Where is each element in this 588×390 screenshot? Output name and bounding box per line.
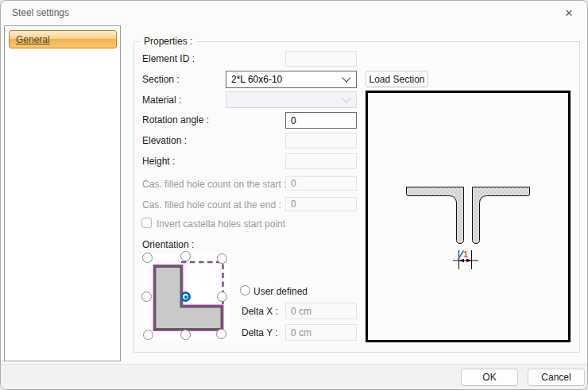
- gap-dimension: 1: [453, 249, 478, 269]
- ok-button[interactable]: OK: [461, 369, 518, 386]
- orientation-radio-middle-right[interactable]: [217, 292, 227, 302]
- section-dropdown[interactable]: 2*L 60x6-10: [226, 71, 357, 88]
- material-label: Material :: [142, 95, 181, 106]
- cancel-button[interactable]: Cancel: [528, 369, 585, 386]
- cas-end-field: [285, 197, 357, 211]
- chevron-down-icon: [342, 73, 350, 82]
- element-id-field[interactable]: [285, 51, 357, 67]
- orientation-radio-top-center[interactable]: [180, 251, 191, 261]
- rotation-angle-field[interactable]: [285, 112, 357, 129]
- close-icon[interactable]: ✕: [551, 1, 587, 25]
- title-bar: Steel settings ✕: [1, 1, 587, 25]
- element-id-label: Element ID :: [142, 53, 195, 64]
- section-dropdown-value: 2*L 60x6-10: [231, 74, 282, 85]
- orientation-radio-middle-left[interactable]: [141, 292, 152, 302]
- elevation-label: Elevation :: [142, 135, 187, 146]
- orientation-radio-top-right[interactable]: [217, 253, 227, 264]
- chevron-down-icon: [342, 94, 350, 102]
- delta-y-label: Delta Y :: [242, 327, 278, 338]
- delta-x-field: [285, 303, 357, 319]
- section-drawing: 1: [368, 93, 568, 340]
- height-label: Height :: [142, 156, 175, 167]
- height-field[interactable]: [285, 153, 357, 169]
- cas-end-label: Cas. filled hole count at the end :: [142, 199, 281, 210]
- rotation-angle-label: Rotation angle :: [142, 114, 209, 125]
- orientation-radio-top-left[interactable]: [142, 253, 153, 263]
- sidebar-item-general[interactable]: General: [9, 30, 117, 48]
- sidebar-item-label: General: [16, 34, 50, 45]
- orientation-radio-bottom-center[interactable]: [180, 330, 191, 340]
- orientation-radio-bottom-right[interactable]: [216, 329, 226, 339]
- delta-y-field: [285, 324, 357, 341]
- delta-x-label: Delta X :: [242, 306, 278, 317]
- right-angle-profile: [473, 187, 530, 244]
- cas-start-label: Cas. filled hole count on the start :: [142, 179, 286, 190]
- invert-castella-checkbox[interactable]: [141, 218, 152, 228]
- steel-settings-dialog: Steel settings ✕ General Properties : El…: [0, 0, 588, 390]
- section-label: Section :: [142, 74, 180, 85]
- user-defined-radio[interactable]: [240, 285, 250, 295]
- window-title: Steel settings: [12, 7, 69, 18]
- dimension-value: 1: [463, 249, 468, 259]
- orientation-radio-center[interactable]: [180, 292, 191, 302]
- cas-start-field: [285, 176, 357, 191]
- invert-castella-label: Invert castella holes start point: [157, 218, 285, 230]
- orientation-radio-bottom-left[interactable]: [143, 330, 153, 340]
- elevation-field[interactable]: [285, 133, 357, 149]
- user-defined-label: User defined: [253, 286, 308, 297]
- material-dropdown: [226, 91, 357, 108]
- load-section-button[interactable]: Load Section: [366, 71, 428, 87]
- orientation-label: Orientation :: [142, 239, 194, 250]
- category-list: General: [4, 25, 121, 361]
- section-preview-panel: 1: [366, 91, 571, 342]
- left-angle-profile: [407, 187, 464, 244]
- properties-group-label: Properties :: [141, 36, 195, 47]
